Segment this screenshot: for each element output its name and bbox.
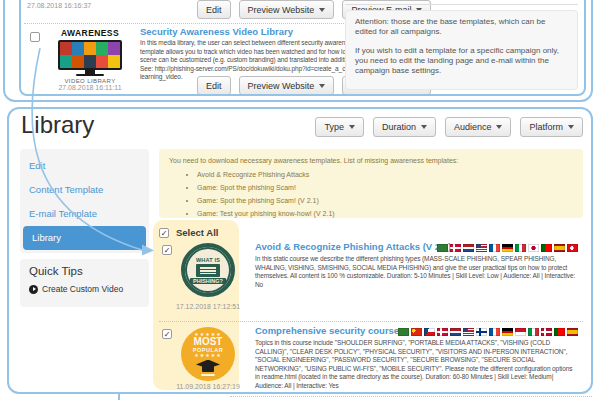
select-all-label: Select All [176,227,218,238]
country-flag-icon [554,244,565,252]
country-flag-icon [450,328,461,336]
quick-tips-title: Quick Tips [29,265,149,277]
country-flag-icon [489,328,500,336]
country-flag-icon [515,244,526,252]
country-flag-icon [502,244,513,252]
course-date: 17.12.2018 17:12:51 [168,303,248,310]
alert-intro: You need to download necessary awareness… [159,149,583,166]
country-flag-icon [554,328,565,336]
caret-down-icon [319,84,325,88]
create-custom-video-link[interactable]: Create Custom Video [29,284,149,294]
course-title-link[interactable]: Avoid & Recognize Phishing Attacks (V 2.… [255,241,451,252]
course-description: Topics in this course include "SHOULDER … [255,339,578,390]
country-flag-icon [567,244,578,252]
course-date: 11.09.2018 16:27:19 [168,383,248,390]
video-library-thumbnail: AWARENESS VIDEO LIBRARY [44,28,136,84]
country-flag-icon [398,328,409,336]
filter-platform-button[interactable]: Platform [520,117,583,137]
video-library-checkbox[interactable] [30,32,40,42]
caret-down-icon [421,125,427,129]
course-checkbox[interactable] [162,245,172,255]
missing-template-item: Game: Spot the phishing Scam! (V 2.1) [197,194,583,207]
country-flag-icon [489,244,500,252]
course-language-flags [435,244,578,252]
page-title: Library [21,110,94,140]
caret-down-icon [349,125,355,129]
country-flag-icon [567,328,578,336]
info-divider [345,4,578,5]
video-library-title-link[interactable]: Security Awareness Video Library [140,26,293,37]
what-is-phishing-badge: WHAT IS PHISHING? [181,243,235,297]
missing-template-item: Game: Spot the phishing Scam! [197,181,583,194]
missing-template-item: Avoid & Recognize Phishing Attacks [197,168,583,181]
edit-button[interactable]: Edit [197,76,231,95]
preview-website-button[interactable]: Preview Website [239,0,335,19]
course-language-flags [396,328,578,336]
country-flag-icon [411,328,422,336]
filter-type-button[interactable]: Type [315,117,364,137]
most-popular-badge: ★★★★★ MOST POPULAR ★★★★★ [181,327,235,381]
base-template-info-box: Attention: those are the base templates,… [345,10,578,90]
app-screen: 27.08.2018 16:16:37 Edit Preview Website… [0,0,600,400]
select-all-checkbox[interactable] [159,228,169,238]
caret-down-icon [319,8,325,12]
country-flag-icon [541,244,552,252]
filter-duration-button[interactable]: Duration [373,117,436,137]
country-flag-icon [528,328,539,336]
missing-template-item: Game: Test your phishing know-how! (V 2.… [197,207,583,220]
country-flag-icon [463,244,474,252]
template-date: 27.08.2018 16:16:37 [27,2,91,9]
course-checkbox[interactable] [162,329,172,339]
video-icon [29,285,38,294]
country-flag-icon [437,328,448,336]
graduation-cap-icon [196,360,220,369]
caret-down-icon [568,125,574,129]
sidebar-item-edit[interactable]: Edit [20,154,149,178]
caret-down-icon [496,125,502,129]
sidebar-item-content-template[interactable]: Content Template [20,178,149,202]
course-description: In this static course we describe the di… [255,255,578,289]
phishing-monitor-graphic [196,264,220,277]
quick-tips-panel: Quick Tips Create Custom Video [20,259,149,307]
info-paragraph: If you wish to edit a template for a spe… [355,46,568,76]
preview-website-button[interactable]: Preview Website [239,76,335,95]
row-divider [159,321,583,322]
country-flag-icon [502,328,513,336]
annotation-tick [118,393,120,400]
sidebar-item-email-template[interactable]: E-mail Template [20,202,149,226]
country-flag-icon [515,328,526,336]
video-library-date: 27.08.2018 16:11:11 [44,84,136,91]
country-flag-icon [463,328,474,336]
country-flag-icon [450,244,461,252]
missing-templates-list: Avoid & Recognize Phishing AttacksGame: … [197,168,583,220]
video-monitor-graphic [58,40,122,70]
country-flag-icon [476,244,487,252]
country-flag-icon [424,328,435,336]
filter-audience-button[interactable]: Audience [445,117,512,137]
info-paragraph: Attention: those are the base templates,… [355,17,568,37]
country-flag-icon [437,244,448,252]
country-flag-icon [528,244,539,252]
diploma-icon [200,373,216,377]
course-title-link[interactable]: Comprehensive security course [255,325,399,336]
country-flag-icon [476,328,487,336]
row-divider [230,396,592,397]
filter-buttons: Type Duration Audience Platform [315,117,583,137]
country-flag-icon [541,328,552,336]
sidebar-item-library[interactable]: Library [23,226,146,250]
missing-templates-alert: You need to download necessary awareness… [159,149,583,218]
sidebar-nav: Edit Content Template E-mail Template Li… [20,149,149,253]
edit-button[interactable]: Edit [197,0,231,19]
